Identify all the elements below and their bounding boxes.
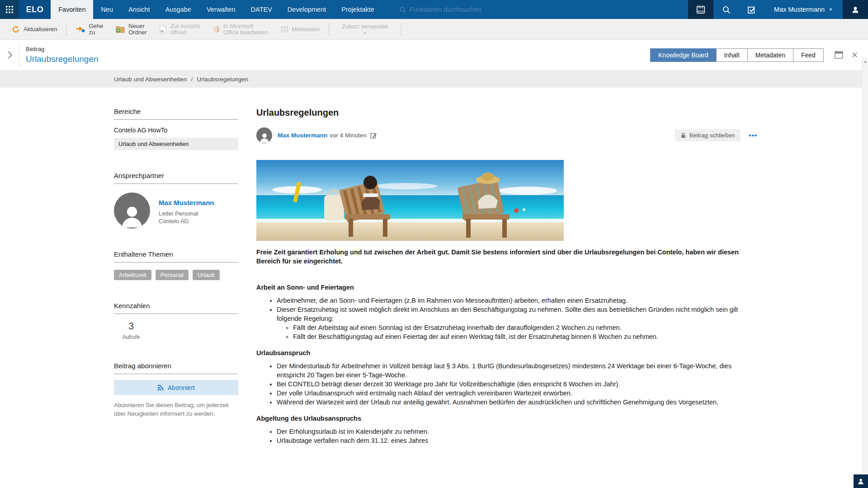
search-button[interactable]	[713, 0, 739, 19]
toolbar-button-in-microsoft-office-bearbeiten[interactable]: In MicrosoftOffice bearbeiten	[206, 19, 274, 39]
close-post-button[interactable]: Beitrag schließen	[675, 129, 741, 141]
scroll-up-arrow-icon[interactable]: ▲	[863, 60, 867, 488]
sub-bullet-list: Fällt der Arbeitstag auf einen Sonntag i…	[277, 323, 757, 341]
menu-item-verwalten[interactable]: Verwalten	[199, 0, 243, 19]
chevron-down-icon: ▼	[363, 31, 367, 35]
contact-role: Leiter Personal	[159, 210, 214, 217]
sidebar-item-urlaub-und-abwesenheiten[interactable]: Urlaub und Abwesenheiten	[114, 138, 238, 150]
bullet-item: Urlaubstage verfallen nach dem 31.12. ei…	[277, 436, 757, 445]
sidebar: Bereiche Contelo AG HowTo Urlaub und Abw…	[114, 108, 238, 445]
author-name-link[interactable]: Max Mustermann	[278, 132, 327, 139]
function-search-input[interactable]	[410, 6, 518, 13]
section-heading: Arbeit an Sonn- und Feiertagen	[256, 284, 757, 291]
header-icons: ✕	[835, 50, 858, 60]
ansprechpartner-heading: Ansprechpartner	[114, 172, 238, 184]
toolbar-button-gehe-zu[interactable]: Gehezu	[69, 19, 109, 39]
breadcrumb: Urlaub und Abwesenheiten/Urlaubsregelung…	[114, 76, 248, 83]
edit-icon[interactable]	[370, 132, 377, 139]
menu-item-projektakte[interactable]: Projektakte	[334, 0, 382, 19]
function-search	[399, 0, 518, 19]
user-name: Max Mustermann	[774, 6, 825, 13]
section-bereiche: Bereiche Contelo AG HowTo Urlaub und Abw…	[114, 108, 238, 150]
sub-bullet-item: Fällt der Arbeitstag auf einen Sonntag i…	[293, 323, 757, 332]
user-icon	[119, 202, 145, 229]
toolbar-divider	[329, 23, 329, 36]
bullet-item: Der Erholungsurlaub ist im Kalenderjahr …	[277, 427, 757, 436]
tag-personal[interactable]: Personal	[156, 270, 189, 280]
chevron-right-icon	[7, 51, 12, 59]
toolbar-button-neuer-ordner[interactable]: NeuerOrdner	[109, 19, 153, 39]
themen-heading: Enthaltene Themen	[114, 250, 238, 263]
elo-app-icon: ELO	[696, 5, 706, 14]
tasks-button[interactable]	[739, 0, 764, 19]
user-menu[interactable]: Max Mustermann ▼	[764, 0, 843, 19]
kpi-value: 3	[114, 320, 148, 332]
search-icon	[722, 5, 731, 14]
toolbar-button-zuletzt-verwendet[interactable]: Zuletzt verwendet▼	[332, 19, 398, 39]
collapse-panel-button[interactable]	[0, 51, 19, 59]
close-icon[interactable]: ✕	[851, 50, 858, 60]
article-title: Urlaubsregelungen	[256, 108, 757, 118]
folder-plus-icon	[116, 25, 125, 33]
bullet-item: Arbeitnehmer, die an Sonn- und Feiertage…	[277, 296, 757, 305]
breadcrumb-item[interactable]: Urlaubsregelungen	[197, 76, 248, 83]
menu-item-datev[interactable]: DATEV	[243, 0, 280, 19]
beach-illustration	[256, 160, 564, 241]
avatar	[256, 127, 272, 143]
tag-arbeitszeit[interactable]: Arbeitszeit	[114, 270, 151, 280]
topic-tags: ArbeitszeitPersonalUrlaub	[114, 270, 238, 280]
elo-logo[interactable]: ELO	[19, 0, 51, 19]
author-row: Max Mustermann vor 4 Minuten Beitrag sch…	[256, 127, 757, 143]
bullet-item: Der volle Urlaubsanspruch wird erstmalig…	[277, 389, 757, 398]
lock-icon	[681, 132, 686, 138]
bullet-list: Der Erholungsurlaub ist im Kalenderjahr …	[256, 427, 757, 445]
svg-text:ELO: ELO	[698, 10, 704, 13]
layout-icon	[835, 51, 843, 59]
document-eye-icon	[160, 25, 167, 33]
tab-metadaten[interactable]: Metadaten	[747, 48, 793, 62]
section-heading: Urlaubsanspruch	[256, 349, 757, 357]
menu-item-ansicht[interactable]: Ansicht	[121, 0, 158, 19]
kennzahlen-heading: Kennzahlen	[114, 302, 238, 314]
menu-item-development[interactable]: Development	[280, 0, 334, 19]
article-image	[256, 160, 564, 241]
bereiche-group-label[interactable]: Contelo AG HowTo	[114, 127, 238, 134]
contact-name-link[interactable]: Max Mustermann	[159, 199, 214, 206]
breadcrumb-item[interactable]: Urlaub und Abwesenheiten	[114, 76, 187, 83]
profile-button[interactable]	[843, 0, 868, 19]
subscribe-button[interactable]: Abonniert	[114, 380, 238, 395]
toolbar-button-zur-ansicht-oeffnen[interactable]: Zur Ansichtöffnen	[153, 19, 206, 39]
bullet-item: Während der Wartezeit wird der Urlaub nu…	[277, 398, 757, 407]
subscribe-note: Abonnieren Sie diesen Beitrag, um jederz…	[114, 401, 238, 418]
layout-toggle-button[interactable]	[835, 51, 843, 59]
tab-inhalt[interactable]: Inhalt	[716, 48, 748, 62]
user-icon	[857, 478, 864, 485]
more-options-button[interactable]: •••	[749, 131, 757, 139]
user-icon	[851, 5, 859, 14]
header-divider	[19, 43, 19, 67]
corner-user-button[interactable]	[854, 474, 868, 488]
breadcrumb-separator: /	[191, 76, 193, 83]
elo-app-button[interactable]: ELO	[688, 0, 713, 19]
vertical-scrollbar[interactable]: ▲	[862, 58, 868, 488]
page-title: Urlaubsregelungen	[26, 54, 99, 64]
user-icon	[259, 131, 270, 143]
menu-item-ausgabe[interactable]: Ausgabe	[158, 0, 199, 19]
kpi-label: Aufrufe	[114, 334, 148, 340]
bullet-item: Dieser Ersatzruhetag ist soweit möglich …	[277, 305, 757, 341]
article: Urlaubsregelungen Max Mustermann vor 4 M…	[256, 108, 757, 445]
document-titles: Beitrag Urlaubsregelungen	[26, 46, 99, 64]
metadata-icon	[281, 26, 288, 33]
goto-icon	[75, 26, 85, 33]
menu-item-neu[interactable]: Neu	[93, 0, 121, 19]
tag-urlaub[interactable]: Urlaub	[193, 270, 220, 280]
tab-knowledge-board[interactable]: Knowledge Board	[650, 48, 717, 62]
chevron-down-icon: ▼	[829, 7, 833, 12]
subscribe-button-label: Abonniert	[168, 384, 195, 391]
toolbar-button-metadaten[interactable]: Metadaten	[274, 19, 326, 39]
app-grid-button[interactable]	[0, 0, 19, 19]
tab-feed[interactable]: Feed	[793, 48, 824, 62]
toolbar-button-aktualisieren[interactable]: Aktualisieren	[5, 19, 63, 39]
document-type-label: Beitrag	[26, 46, 99, 52]
menu-item-favoriten[interactable]: Favoriten	[51, 0, 93, 19]
